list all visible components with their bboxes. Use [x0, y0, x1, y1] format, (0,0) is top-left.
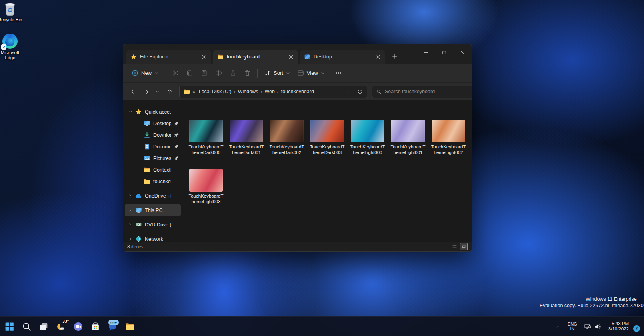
- paste-button[interactable]: [197, 67, 211, 80]
- breadcrumb-separator: ›: [233, 89, 237, 94]
- plus-icon: [392, 54, 398, 59]
- recent-locations-button[interactable]: [152, 86, 163, 97]
- breadcrumb-item[interactable]: touchkeyboard: [280, 89, 315, 94]
- language-indicator[interactable]: ENG IN: [564, 322, 581, 332]
- details-view-button[interactable]: [451, 243, 458, 250]
- taskbar-chat-button[interactable]: [70, 319, 86, 334]
- file-thumbnail: [189, 120, 223, 142]
- sort-button[interactable]: Sort: [260, 67, 294, 79]
- desktop-icon-recycle-bin[interactable]: ♻ Recycle Bin: [0, 1, 23, 22]
- sidebar-chevron-icon[interactable]: [128, 208, 132, 212]
- taskbar-task-view-button[interactable]: [36, 319, 51, 334]
- file-item-TouchKeyboardThemeLight003[interactable]: TouchKeyboardThemeLight003: [189, 169, 223, 204]
- sidebar-chevron-icon[interactable]: [136, 133, 141, 137]
- copy-button[interactable]: [182, 67, 197, 80]
- file-item-TouchKeyboardThemeDark003[interactable]: TouchKeyboardThemeDark003: [310, 120, 344, 155]
- cut-icon: [172, 70, 179, 76]
- cut-button[interactable]: [168, 67, 182, 80]
- sidebar-item-network[interactable]: Network: [125, 233, 181, 242]
- language-line1: ENG: [568, 322, 577, 327]
- taskbar-widgets-button[interactable]: 33°: [53, 319, 68, 334]
- system-icons[interactable]: [581, 323, 605, 330]
- sidebar-chevron-icon[interactable]: [136, 156, 141, 160]
- tab-file-explorer[interactable]: File Explorer: [126, 50, 211, 64]
- navigation-pane: Quick access Desktop Downloads Documents…: [123, 100, 182, 242]
- sidebar-item-onedrive-perso[interactable]: OneDrive - Perso: [125, 190, 181, 202]
- tab-close-icon[interactable]: [201, 54, 207, 60]
- sidebar-item-quick-access[interactable]: Quick access: [125, 106, 181, 118]
- search-box[interactable]: [372, 86, 472, 98]
- address-bar[interactable]: « Local Disk (C:)›Windows›Web›touchkeybo…: [179, 86, 367, 98]
- sidebar-item-downloads[interactable]: Downloads: [125, 129, 181, 141]
- sidebar-item-documents[interactable]: Documents: [125, 141, 181, 152]
- sidebar-chevron-icon[interactable]: [136, 144, 141, 149]
- tab-desktop[interactable]: Desktop: [300, 50, 385, 64]
- search-input[interactable]: [385, 89, 469, 94]
- sidebar-chevron-icon[interactable]: [128, 110, 132, 114]
- sort-icon: [264, 70, 271, 76]
- back-button[interactable]: [128, 86, 139, 97]
- delete-button[interactable]: [240, 67, 254, 80]
- sidebar-chevron-icon[interactable]: [136, 168, 141, 172]
- new-button[interactable]: New: [128, 67, 162, 79]
- desktop-icon-microsoft-edge[interactable]: Microsoft Edge: [0, 34, 23, 60]
- refresh-icon[interactable]: [357, 89, 363, 94]
- thumbnail-view-button[interactable]: [460, 243, 468, 250]
- tab-icon: [130, 54, 137, 60]
- minimize-button[interactable]: [416, 44, 435, 60]
- taskbar-store-button[interactable]: [88, 319, 103, 334]
- start-icon: [4, 322, 14, 332]
- sidebar-item-desktop[interactable]: Desktop: [125, 118, 181, 129]
- file-item-TouchKeyboardThemeLight001[interactable]: TouchKeyboardThemeLight001: [391, 120, 425, 155]
- rename-button[interactable]: [211, 67, 226, 80]
- share-button[interactable]: [226, 67, 240, 80]
- breadcrumb-item[interactable]: Local Disk (C:): [198, 89, 233, 94]
- view-button-label: View: [307, 70, 318, 76]
- tab-close-icon[interactable]: [375, 54, 381, 60]
- clock[interactable]: 5:43 PM 3/10/2022: [605, 321, 632, 332]
- maximize-button[interactable]: [435, 44, 453, 60]
- tab-touchkeyboard[interactable]: touchkeyboard: [213, 50, 298, 64]
- view-button[interactable]: View: [294, 67, 328, 79]
- notification-badge[interactable]: 2: [633, 325, 640, 332]
- tray-overflow-button[interactable]: [552, 319, 564, 334]
- file-item-TouchKeyboardThemeLight000[interactable]: TouchKeyboardThemeLight000: [351, 120, 384, 155]
- file-item-TouchKeyboardThemeDark000[interactable]: TouchKeyboardThemeDark000: [189, 120, 223, 155]
- breadcrumb-item[interactable]: Windows: [237, 89, 260, 94]
- forward-button[interactable]: [140, 86, 151, 97]
- breadcrumb-item[interactable]: Web: [263, 89, 276, 94]
- sidebar-chevron-icon[interactable]: [128, 194, 132, 198]
- sidebar-chevron-icon[interactable]: [136, 121, 141, 126]
- sidebar-item-touchkeyboard[interactable]: touchkeyboard: [125, 176, 181, 187]
- taskbar-search-button[interactable]: [19, 319, 34, 334]
- address-dropdown-icon[interactable]: [346, 89, 352, 94]
- taskbar-start-button[interactable]: [2, 319, 17, 334]
- file-name: TouchKeyboardThemeDark002: [265, 144, 309, 155]
- chevron-down-icon: [156, 90, 160, 94]
- item-count: 8 items: [127, 244, 143, 250]
- sidebar-chevron-icon[interactable]: [128, 237, 132, 241]
- status-bar: 8 items: [123, 242, 472, 251]
- taskbar-file-explorer-button[interactable]: [122, 319, 137, 334]
- file-item-TouchKeyboardThemeDark002[interactable]: TouchKeyboardThemeDark002: [270, 120, 304, 155]
- breadcrumb-overflow[interactable]: «: [192, 89, 195, 94]
- see-more-button[interactable]: [332, 67, 346, 79]
- sidebar-item-dvd-drive-d-c[interactable]: DVD Drive (D:) C: [125, 219, 181, 230]
- tab-bar: File Explorer touchkeyboard Desktop: [123, 44, 472, 64]
- sidebar-item-this-pc[interactable]: This PC: [125, 204, 181, 216]
- taskbar-teams-button[interactable]: 99+: [105, 319, 120, 334]
- new-tab-button[interactable]: [389, 51, 400, 62]
- up-button[interactable]: [164, 86, 175, 97]
- tab-close-icon[interactable]: [288, 54, 294, 60]
- close-button[interactable]: [453, 44, 472, 60]
- date: 3/10/2022: [608, 326, 629, 332]
- sidebar-item-pictures[interactable]: Pictures: [125, 152, 181, 164]
- file-name: TouchKeyboardThemeLight003: [184, 194, 228, 204]
- sidebar-chevron-icon[interactable]: [128, 222, 132, 227]
- sidebar-item-contextmenuc[interactable]: ContextMenuC: [125, 164, 181, 176]
- sidebar-chevron-icon[interactable]: [136, 179, 141, 184]
- pin-icon: [174, 156, 179, 161]
- file-item-TouchKeyboardThemeLight002[interactable]: TouchKeyboardThemeLight002: [432, 120, 465, 155]
- file-item-TouchKeyboardThemeDark001[interactable]: TouchKeyboardThemeDark001: [230, 120, 263, 155]
- file-list-area[interactable]: TouchKeyboardThemeDark000 TouchKeyboardT…: [182, 100, 472, 242]
